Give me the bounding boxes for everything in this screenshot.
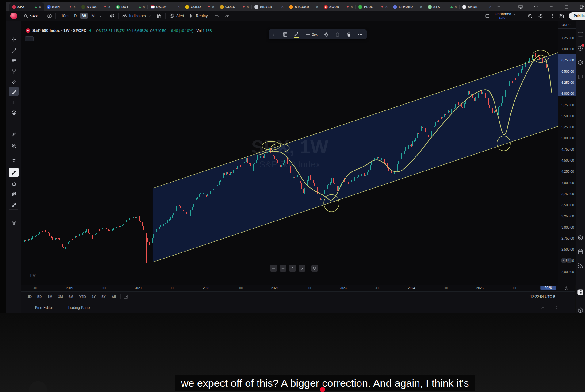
stay-drawing-mode-tool[interactable] bbox=[9, 168, 19, 177]
trend-line-tool[interactable] bbox=[9, 46, 19, 55]
settings-gear-icon[interactable] bbox=[537, 13, 543, 19]
sync-drawings-tool[interactable] bbox=[9, 200, 19, 209]
legend-collapse-button[interactable] bbox=[25, 36, 34, 41]
lock-drawings-tool[interactable] bbox=[9, 179, 19, 188]
chart-legend[interactable]: S&P 500 Index - 1W - SPCFD O6,713.61H6,7… bbox=[26, 28, 212, 33]
line-width-button[interactable]: 2px bbox=[305, 32, 318, 37]
range-1y[interactable]: 1Y bbox=[90, 294, 98, 299]
chart-style-button[interactable] bbox=[109, 13, 115, 19]
tab-close-icon[interactable]: × bbox=[385, 5, 388, 9]
interval-m[interactable]: M bbox=[90, 13, 96, 19]
clock-timestamp[interactable]: 12:22:54 UTC-5 bbox=[530, 295, 555, 298]
exit-icon[interactable] bbox=[579, 4, 584, 9]
more-button[interactable] bbox=[358, 32, 363, 37]
browser-tab-nvda[interactable]: NVDA× bbox=[78, 2, 113, 11]
layout-name-button[interactable]: Unnamed Save bbox=[495, 13, 516, 20]
trading-panel-tab[interactable]: Trading Panel bbox=[68, 306, 90, 310]
tab-close-icon[interactable]: × bbox=[39, 5, 41, 9]
minimize-icon[interactable] bbox=[549, 4, 554, 9]
range-3m[interactable]: 3M bbox=[56, 294, 65, 299]
panel-expand-chevron-icon[interactable] bbox=[540, 305, 545, 310]
crosshair-tool[interactable] bbox=[9, 35, 19, 44]
range-1d[interactable]: 1D bbox=[25, 294, 34, 299]
calendar-icon[interactable] bbox=[577, 248, 584, 255]
pine-editor-tab[interactable]: Pine Editor bbox=[35, 306, 53, 310]
chat-icon[interactable] bbox=[577, 74, 584, 80]
panel-maximize-icon[interactable] bbox=[553, 305, 558, 310]
range-5d[interactable]: 5D bbox=[35, 294, 44, 299]
magnet-tool[interactable] bbox=[9, 156, 19, 165]
delete-button[interactable] bbox=[346, 32, 352, 37]
feed-icon[interactable] bbox=[577, 263, 584, 269]
tab-close-icon[interactable]: × bbox=[316, 5, 318, 9]
price-chart[interactable]: SPX, 1WS&P 500 Index bbox=[21, 21, 558, 285]
redo-button[interactable] bbox=[224, 13, 229, 19]
zoom-out-button[interactable] bbox=[270, 265, 277, 272]
tab-close-icon[interactable]: × bbox=[108, 5, 110, 9]
browser-tab-soun[interactable]: SSOUN× bbox=[321, 2, 356, 11]
multichart-icon[interactable] bbox=[485, 13, 490, 19]
range-6m[interactable]: 6M bbox=[67, 294, 75, 299]
browser-tab-gold[interactable]: GOLD× bbox=[182, 2, 217, 11]
emoji-tool[interactable] bbox=[9, 108, 19, 117]
symbol-search-button[interactable]: SPX bbox=[23, 13, 38, 18]
fib-retracement-tool[interactable] bbox=[9, 56, 19, 65]
tab-close-icon[interactable]: × bbox=[281, 5, 284, 9]
log-scale-button[interactable]: L bbox=[567, 258, 572, 263]
restore-icon[interactable] bbox=[564, 4, 569, 9]
snapshot-camera-icon[interactable] bbox=[558, 13, 564, 19]
range-1m[interactable]: 1M bbox=[45, 294, 54, 299]
save-hint[interactable]: Save bbox=[499, 16, 505, 20]
reset-chart-button[interactable] bbox=[311, 265, 318, 272]
cast-icon[interactable] bbox=[518, 4, 523, 9]
quick-search-icon[interactable] bbox=[527, 13, 533, 19]
help-icon[interactable] bbox=[577, 307, 584, 313]
tab-close-icon[interactable]: × bbox=[143, 5, 145, 9]
tab-close-icon[interactable]: × bbox=[489, 5, 491, 9]
browser-tab-sndk[interactable]: SNDK× bbox=[460, 2, 494, 11]
browser-tab-us10y[interactable]: US10Y× bbox=[148, 2, 182, 11]
text-tool[interactable] bbox=[9, 98, 19, 107]
hide-drawings-tool[interactable] bbox=[9, 189, 19, 198]
zoom-in-button[interactable] bbox=[280, 265, 286, 272]
tab-close-icon[interactable]: × bbox=[454, 5, 457, 9]
brush-tool[interactable] bbox=[9, 87, 19, 96]
tab-close-icon[interactable]: × bbox=[212, 5, 214, 9]
watchlist-icon[interactable] bbox=[577, 31, 584, 37]
chart-canvas[interactable]: SPX, 1WS&P 500 Index S&P 500 Index - 1W … bbox=[21, 21, 558, 285]
hotlists-icon[interactable] bbox=[577, 234, 584, 241]
parallel-channel-tool[interactable] bbox=[9, 77, 19, 86]
browser-tab-ethusd[interactable]: ETHUSD× bbox=[390, 2, 425, 11]
tab-close-icon[interactable]: × bbox=[350, 5, 353, 9]
tab-close-icon[interactable]: × bbox=[73, 5, 76, 9]
alert-button[interactable]: Alert bbox=[169, 13, 184, 19]
range-5y[interactable]: 5Y bbox=[99, 294, 108, 299]
tab-close-icon[interactable]: × bbox=[247, 5, 249, 9]
fullscreen-icon[interactable] bbox=[548, 13, 554, 19]
interval-w[interactable]: W bbox=[80, 13, 88, 19]
interval-d[interactable]: D bbox=[72, 13, 78, 19]
browser-tab-dxy[interactable]: $DXY× bbox=[113, 2, 148, 11]
tab-close-icon[interactable]: × bbox=[177, 5, 180, 9]
tradingview-logo[interactable]: TV bbox=[29, 272, 36, 278]
alerts-icon[interactable] bbox=[577, 45, 584, 52]
new-tab-button[interactable] bbox=[497, 2, 501, 11]
compare-button[interactable] bbox=[47, 13, 52, 19]
object-tree-icon[interactable] bbox=[577, 60, 584, 66]
currency-selector[interactable]: USD bbox=[558, 21, 576, 29]
interval-10m[interactable]: 10m bbox=[59, 13, 70, 19]
style-template-button[interactable] bbox=[282, 32, 288, 37]
measure-tool[interactable] bbox=[9, 130, 19, 139]
browser-tab-spx[interactable]: SPX× bbox=[9, 2, 44, 11]
color-button[interactable] bbox=[294, 31, 299, 38]
undo-button[interactable] bbox=[215, 13, 220, 19]
browser-tab-plug[interactable]: PLUG× bbox=[356, 2, 390, 11]
price-scale[interactable]: USD 7,250.007,000.006,750.006,500.006,25… bbox=[558, 21, 576, 285]
pitchfork-tool[interactable] bbox=[9, 67, 19, 76]
timezone-clock-icon[interactable] bbox=[564, 286, 569, 291]
scroll-right-button[interactable] bbox=[299, 265, 305, 272]
publish-button[interactable]: Publish bbox=[569, 12, 585, 20]
range-ytd[interactable]: YTD bbox=[77, 294, 88, 299]
time-scale[interactable]: Jul2019Jul2020Jul2021Jul2022Jul2023Jul20… bbox=[21, 285, 575, 292]
layout-grid-button[interactable] bbox=[156, 13, 162, 19]
